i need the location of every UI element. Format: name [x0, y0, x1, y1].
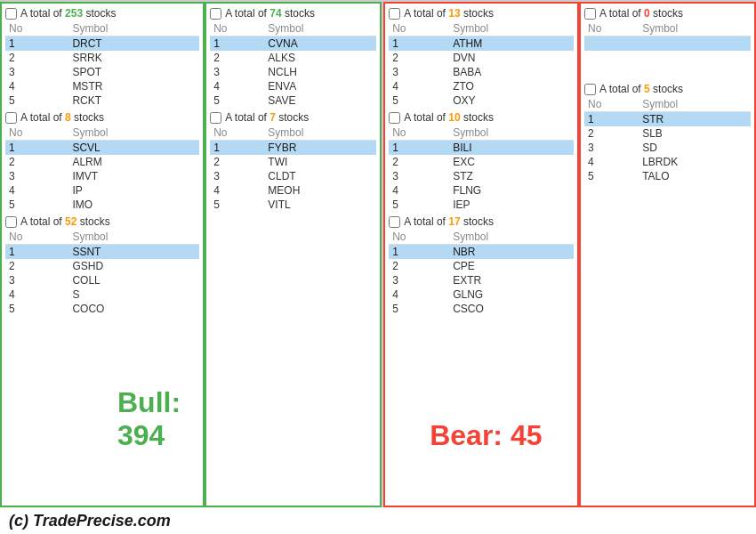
bear-right-group-1-label: A total of 0 stocks — [599, 7, 683, 20]
bull-right-group-2-count: 7 — [269, 111, 276, 124]
table-row: 3SD — [584, 141, 751, 155]
bear-group-2-count: 10 — [448, 111, 460, 124]
bull-right-group-1-checkbox[interactable] — [210, 8, 221, 20]
table-row: 5IEP — [389, 198, 574, 212]
bear-group-1-count: 13 — [448, 7, 460, 20]
bull-right-group-2-checkbox[interactable] — [210, 112, 221, 124]
bull-group-3-checkbox[interactable] — [5, 216, 17, 228]
bear-left-panel: A total of 13 stocks NoSymbol 1ATHM 2DVN… — [383, 2, 579, 507]
table-row: 5CSCO — [389, 302, 574, 316]
bull-group-2-header: A total of 8 stocks — [5, 111, 199, 124]
bull-group-1-checkbox[interactable] — [5, 8, 17, 20]
bull-group-2-checkbox[interactable] — [5, 112, 17, 124]
bear-right-group-1-count: 0 — [644, 7, 650, 20]
bull-group-2-label: A total of 8 stocks — [20, 111, 104, 124]
bull-right-group-1-label: A total of 74 stocks — [225, 7, 315, 20]
table-row: 1FYBR — [210, 141, 376, 156]
bull-group-2: A total of 8 stocks NoSymbol 1SCVL 2ALRM… — [5, 111, 199, 212]
bear-group-3-label: A total of 17 stocks — [404, 215, 494, 228]
bull-group-1-count: 253 — [65, 7, 83, 20]
table-row: 2SLB — [584, 126, 751, 141]
col-symbol: Symbol — [68, 21, 199, 36]
bear-right-group-1-table: NoSymbol — [584, 21, 751, 79]
bear-group-3-checkbox[interactable] — [389, 216, 400, 228]
table-row — [584, 65, 751, 79]
bull-group-1-header: A total of 253 stocks — [5, 7, 199, 20]
table-row: 1SCVL — [5, 141, 199, 156]
bear-group-1-checkbox[interactable] — [389, 8, 400, 20]
table-row: 2TWI — [210, 155, 376, 169]
bull-right-group-2: A total of 7 stocks NoSymbol 1FYBR 2TWI … — [210, 111, 376, 212]
bear-group-2-checkbox[interactable] — [389, 112, 400, 124]
bear-group-2-header: A total of 10 stocks — [389, 111, 574, 124]
bull-group-3-count: 52 — [65, 215, 76, 228]
bull-group-2-table: NoSymbol 1SCVL 2ALRM 3IMVT 4IP 5IMO — [5, 125, 199, 212]
table-row: 5OXY — [389, 93, 574, 108]
table-row: 5RCKT — [5, 93, 199, 108]
bull-left-panel: A total of 253 stocks NoSymbol 1DRCT 2SR… — [0, 2, 205, 507]
table-row: 2ALKS — [210, 51, 376, 65]
table-row: 5TALO — [584, 169, 751, 183]
table-row: 3EXTR — [389, 273, 574, 287]
table-row: 4FLNG — [389, 183, 574, 198]
table-row: 4MSTR — [5, 79, 199, 93]
bull-right-group-2-header: A total of 7 stocks — [210, 111, 376, 124]
bear-right-group-1-checkbox[interactable] — [584, 8, 596, 20]
table-row: 2ALRM — [5, 155, 199, 169]
bull-group-3-header: A total of 52 stocks — [5, 215, 199, 228]
bear-group-2: A total of 10 stocks NoSymbol 1BILI 2EXC… — [389, 111, 574, 212]
table-row: 4MEOH — [210, 183, 376, 198]
table-row: 3COLL — [5, 273, 199, 287]
bull-right-group-2-label: A total of 7 stocks — [225, 111, 309, 124]
table-row: 3NCLH — [210, 65, 376, 79]
table-row: 1ATHM — [389, 36, 574, 52]
bear-group-3-table: NoSymbol 1NBR 2CPE 3EXTR 4GLNG 5CSCO — [389, 230, 574, 316]
table-row: 4IP — [5, 183, 199, 198]
bull-group-3-label: A total of 52 stocks — [20, 215, 110, 228]
table-row: 4ENVA — [210, 79, 376, 93]
bear-right-group-2-count: 5 — [644, 83, 650, 95]
bear-right-group-2-table: NoSymbol 1STR 2SLB 3SD 4LBRDK 5TALO — [584, 97, 751, 183]
table-row: 5VITL — [210, 198, 376, 212]
bear-group-3-header: A total of 17 stocks — [389, 215, 574, 228]
table-row: 3SPOT — [5, 65, 199, 79]
bull-right-group-1-count: 74 — [269, 7, 281, 20]
bear-group-1-header: A total of 13 stocks — [389, 7, 574, 20]
bull-group-2-count: 8 — [65, 111, 71, 124]
bear-group-1-table: NoSymbol 1ATHM 2DVN 3BABA 4ZTO 5OXY — [389, 21, 574, 108]
table-row: 4S — [5, 287, 199, 302]
table-row: 3STZ — [389, 169, 574, 183]
bear-right-group-2: A total of 5 stocks NoSymbol 1STR 2SLB 3… — [584, 83, 751, 183]
footer: (c) TradePrecise.com — [0, 507, 756, 534]
table-row: 1NBR — [389, 245, 574, 260]
bull-right-group-1-table: NoSymbol 1CVNA 2ALKS 3NCLH 4ENVA 5SAVE — [210, 21, 376, 108]
bear-label: Bear: 45 — [430, 419, 542, 452]
bear-right-group-2-header: A total of 5 stocks — [584, 83, 751, 95]
bear-group-2-table: NoSymbol 1BILI 2EXC 3STZ 4FLNG 5IEP — [389, 125, 574, 212]
col-no: No — [5, 21, 68, 36]
table-row: 3IMVT — [5, 169, 199, 183]
bull-group-1-table: NoSymbol 1DRCT 2SRRK 3SPOT 4MSTR 5RCKT — [5, 21, 199, 108]
bull-right-panel: A total of 74 stocks NoSymbol 1CVNA 2ALK… — [205, 2, 382, 507]
table-row: 2DVN — [389, 51, 574, 65]
bear-right-panel: A total of 0 stocks NoSymbol A total of … — [579, 2, 756, 507]
table-row: 5SAVE — [210, 93, 376, 108]
bear-right-group-2-checkbox[interactable] — [584, 84, 596, 95]
bear-group-3: A total of 17 stocks NoSymbol 1NBR 2CPE … — [389, 215, 574, 316]
table-row: 5COCO — [5, 302, 199, 316]
table-row: 2EXC — [389, 155, 574, 169]
bull-group-1: A total of 253 stocks NoSymbol 1DRCT 2SR… — [5, 7, 199, 108]
table-row: 4GLNG — [389, 287, 574, 302]
bear-group-1: A total of 13 stocks NoSymbol 1ATHM 2DVN… — [389, 7, 574, 108]
bear-right-group-1-header: A total of 0 stocks — [584, 7, 751, 20]
bear-group-3-count: 17 — [448, 215, 460, 228]
bear-group-1-label: A total of 13 stocks — [404, 7, 494, 20]
table-row: 4LBRDK — [584, 155, 751, 169]
bull-right-group-1-header: A total of 74 stocks — [210, 7, 376, 20]
table-row: 1STR — [584, 112, 751, 127]
table-row: 4ZTO — [389, 79, 574, 93]
table-row: 1DRCT — [5, 36, 199, 52]
bull-label: Bull: 394 — [117, 386, 203, 452]
table-row: 5IMO — [5, 198, 199, 212]
bull-group-1-label: A total of 253 stocks — [20, 7, 116, 20]
